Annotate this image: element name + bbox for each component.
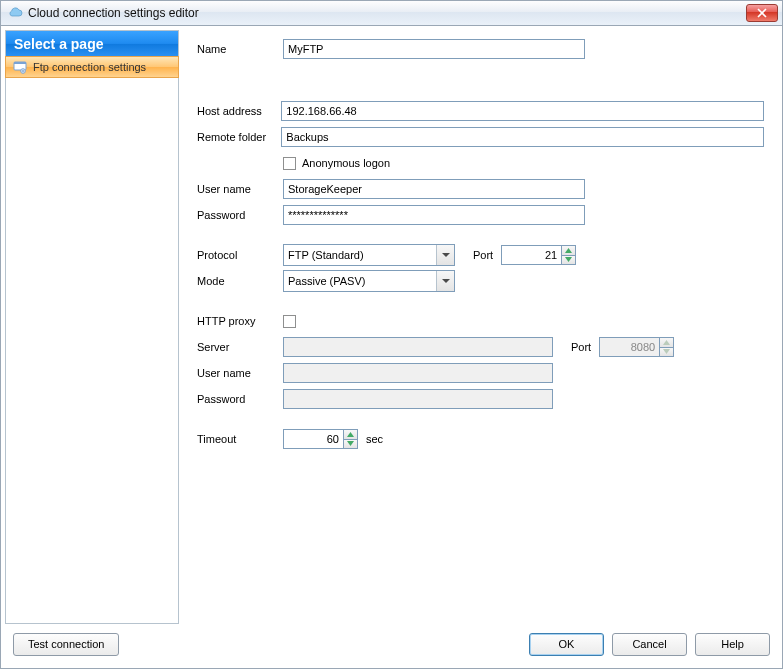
- host-input[interactable]: [281, 101, 764, 121]
- timeout-up[interactable]: [343, 429, 358, 439]
- settings-form: Name Host address Remote folder Anonymou…: [179, 30, 778, 624]
- username-input[interactable]: [283, 179, 585, 199]
- host-label: Host address: [197, 105, 281, 117]
- proxy-port-input: [599, 337, 659, 357]
- ftp-port-stepper[interactable]: [501, 245, 576, 265]
- page-sidebar: Select a page Ftp connection settings: [5, 30, 179, 624]
- anonymous-logon-label: Anonymous logon: [302, 157, 390, 169]
- window-title: Cloud connection settings editor: [28, 6, 746, 20]
- remote-folder-input[interactable]: [281, 127, 764, 147]
- proxy-user-label: User name: [197, 367, 283, 379]
- username-label: User name: [197, 183, 283, 195]
- proxy-password-input: [283, 389, 553, 409]
- timeout-input[interactable]: [283, 429, 343, 449]
- sidebar-heading: Select a page: [6, 31, 178, 57]
- name-input[interactable]: [283, 39, 585, 59]
- ftp-settings-icon: [12, 59, 28, 75]
- server-label: Server: [197, 341, 283, 353]
- timeout-unit: sec: [366, 433, 383, 445]
- cloud-icon: [7, 5, 23, 21]
- sidebar-item-ftp-settings[interactable]: Ftp connection settings: [5, 56, 179, 78]
- test-connection-button[interactable]: Test connection: [13, 633, 119, 656]
- cancel-button[interactable]: Cancel: [612, 633, 687, 656]
- titlebar: Cloud connection settings editor: [1, 1, 782, 26]
- ftp-port-input[interactable]: [501, 245, 561, 265]
- mode-select[interactable]: Passive (PASV): [283, 270, 455, 292]
- name-label: Name: [197, 43, 283, 55]
- proxy-port-label: Port: [571, 341, 591, 353]
- timeout-down[interactable]: [343, 439, 358, 450]
- proxy-port-stepper: [599, 337, 674, 357]
- proxy-port-up: [659, 337, 674, 347]
- protocol-select[interactable]: FTP (Standard): [283, 244, 455, 266]
- svg-rect-1: [14, 62, 26, 64]
- cloud-connection-settings-dialog: Cloud connection settings editor Select …: [0, 0, 783, 669]
- dialog-footer: Test connection OK Cancel Help: [1, 628, 782, 668]
- proxy-port-down: [659, 347, 674, 358]
- close-button[interactable]: [746, 4, 778, 22]
- http-proxy-label: HTTP proxy: [197, 315, 283, 327]
- proxy-server-input: [283, 337, 553, 357]
- anonymous-logon-checkbox[interactable]: [283, 157, 296, 170]
- remote-folder-label: Remote folder: [197, 131, 281, 143]
- proxy-user-input: [283, 363, 553, 383]
- help-button[interactable]: Help: [695, 633, 770, 656]
- port-label: Port: [473, 249, 493, 261]
- sidebar-item-label: Ftp connection settings: [33, 61, 146, 73]
- protocol-label: Protocol: [197, 249, 283, 261]
- password-label: Password: [197, 209, 283, 221]
- mode-label: Mode: [197, 275, 283, 287]
- ftp-port-down[interactable]: [561, 255, 576, 266]
- timeout-stepper[interactable]: [283, 429, 358, 449]
- ok-button[interactable]: OK: [529, 633, 604, 656]
- ftp-port-up[interactable]: [561, 245, 576, 255]
- proxy-password-label: Password: [197, 393, 283, 405]
- password-input[interactable]: [283, 205, 585, 225]
- http-proxy-checkbox[interactable]: [283, 315, 296, 328]
- timeout-label: Timeout: [197, 433, 283, 445]
